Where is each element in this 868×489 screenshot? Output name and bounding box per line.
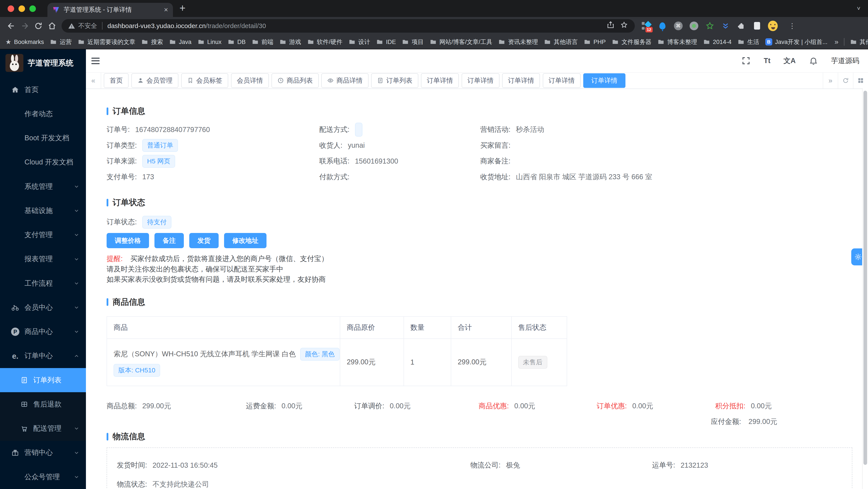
- bookmark-folder[interactable]: 资讯未整理: [498, 38, 538, 46]
- bookmarks-root[interactable]: ★ Bookmarks: [5, 38, 44, 46]
- sidebar-item-delivery[interactable]: 配送管理: [0, 417, 86, 441]
- edit-address-button[interactable]: 修改地址: [224, 233, 267, 248]
- window-close-button[interactable]: [8, 5, 14, 12]
- sidebar-item-workflow[interactable]: 工作流程: [0, 271, 86, 296]
- extension-balloon-icon[interactable]: [658, 21, 668, 31]
- bookmark-folder[interactable]: DB: [227, 38, 246, 45]
- back-icon[interactable]: [4, 19, 18, 33]
- window-zoom-button[interactable]: [29, 5, 36, 12]
- sidebar-item-product-center[interactable]: P 商品中心: [0, 320, 86, 344]
- bookmark-link[interactable]: B Java开发 | 小组首...: [765, 38, 828, 46]
- remark-button[interactable]: 备注: [154, 233, 184, 248]
- sidebar-item-order-center[interactable]: e. 订单中心: [0, 344, 86, 368]
- scrollbar-thumb[interactable]: [863, 91, 867, 465]
- share-icon[interactable]: [607, 21, 615, 31]
- bookmark-folder[interactable]: PHP: [584, 38, 606, 45]
- reload-icon[interactable]: [32, 19, 45, 33]
- bookmark-folder[interactable]: 其他语言: [544, 38, 578, 46]
- bookmark-folder[interactable]: 网站/博客/文章/工具: [430, 38, 492, 46]
- bookmark-folder[interactable]: 游戏: [279, 38, 301, 46]
- sidebar-item-boot-docs[interactable]: Boot 开发文档: [0, 126, 86, 150]
- bookmark-folder[interactable]: 生活: [738, 38, 759, 46]
- sidebar-item-report[interactable]: 报表管理: [0, 247, 86, 271]
- extension-record-icon[interactable]: [689, 21, 699, 31]
- forward-icon[interactable]: [18, 19, 32, 33]
- extension-badge-icon[interactable]: 12: [642, 21, 652, 31]
- page-tab-order-detail[interactable]: 订单详情: [543, 73, 581, 88]
- tabs-layout-grid-icon[interactable]: [853, 73, 868, 89]
- page-tab-order-list[interactable]: 订单列表: [371, 73, 418, 88]
- adjust-price-button[interactable]: 调整价格: [106, 233, 149, 248]
- ship-button[interactable]: 发货: [189, 233, 219, 248]
- bookmark-star-icon[interactable]: [620, 21, 628, 31]
- tabs-refresh-icon[interactable]: [838, 73, 853, 89]
- extension-chevrons-icon[interactable]: [721, 21, 731, 31]
- notification-bell-icon[interactable]: [809, 56, 818, 65]
- extension-command-icon[interactable]: ⌘: [673, 21, 683, 31]
- sidebar-item-author-news[interactable]: 作者动态: [0, 102, 86, 126]
- sidebar-item-member-center[interactable]: 会员中心: [0, 296, 86, 319]
- bookmark-folder[interactable]: 搜索: [141, 38, 163, 46]
- bookmark-folder[interactable]: 软件/硬件: [307, 38, 343, 46]
- order-detail-page: 订单信息 订单号: 1674807288407797760 配送方式: 营销活动…: [86, 89, 868, 489]
- bookmark-folder[interactable]: 文件服务器: [612, 38, 652, 46]
- sidebar-item-order-list[interactable]: 订单列表: [0, 368, 86, 392]
- page-tab-order-detail-active[interactable]: 订单详情: [583, 73, 625, 88]
- bookmark-folder[interactable]: 近期需要读的文章: [78, 38, 135, 46]
- tabs-scroll-left-icon[interactable]: «: [86, 73, 101, 89]
- other-bookmarks-folder[interactable]: 其他书签: [850, 38, 868, 46]
- scrollbar-track[interactable]: [862, 88, 868, 489]
- sidebar-item-payment[interactable]: 支付管理: [0, 223, 86, 247]
- bookmark-folder[interactable]: 博客未整理: [657, 38, 697, 46]
- bookmark-folder[interactable]: 设计: [348, 38, 370, 46]
- bookmark-folder[interactable]: 前端: [252, 38, 274, 46]
- font-size-icon[interactable]: Tt: [764, 57, 771, 65]
- sidebar-item-official-account[interactable]: 公众号管理: [0, 465, 86, 489]
- tab-close-icon[interactable]: ×: [164, 6, 168, 13]
- aftersale-status-tag: 未售后: [518, 356, 547, 369]
- page-tab-order-detail[interactable]: 订单详情: [462, 73, 499, 88]
- window-controls: [8, 5, 36, 12]
- bookmark-folder[interactable]: Java: [169, 38, 191, 45]
- tabs-scroll-right-icon[interactable]: »: [823, 73, 838, 89]
- app-logo[interactable]: 芋道管理系统: [0, 50, 86, 77]
- sidebar-item-marketing-center[interactable]: 营销中心: [0, 441, 86, 465]
- locale-icon[interactable]: 文A: [784, 56, 796, 66]
- page-tab-product-detail[interactable]: 商品详情: [321, 73, 369, 88]
- page-tab-member-manage[interactable]: 会员管理: [131, 73, 179, 88]
- tab-search-chevron-icon[interactable]: ˅: [857, 5, 860, 12]
- window-minimize-button[interactable]: [19, 5, 25, 12]
- bookmark-folder[interactable]: 运营: [50, 38, 71, 46]
- browser-tab[interactable]: 芋道管理系统 - 订单详情 ×: [48, 3, 173, 17]
- sidebar-item-infra[interactable]: 基础设施: [0, 198, 86, 223]
- bookmark-folder[interactable]: IDE: [376, 38, 396, 45]
- sidebar-item-cloud-docs[interactable]: Cloud 开发文档: [0, 150, 86, 175]
- bookmark-folder[interactable]: 2014-4: [703, 38, 732, 45]
- bookmark-folder[interactable]: Linux: [197, 38, 222, 45]
- sidebar-item-home[interactable]: 首页: [0, 78, 86, 102]
- bookmark-folder[interactable]: 项目: [402, 38, 424, 46]
- new-tab-button[interactable]: +: [180, 3, 186, 13]
- collapse-menu-icon[interactable]: [91, 58, 100, 64]
- extension-star-icon[interactable]: [705, 21, 715, 31]
- side-panel-icon[interactable]: [752, 21, 762, 31]
- sidebar-item-system[interactable]: 系统管理: [0, 175, 86, 198]
- page-tab-home[interactable]: 首页: [104, 73, 129, 88]
- field-order-no: 订单号: 1674807288407797760: [106, 123, 319, 136]
- page-tabs: 首页 会员管理 会员标签 会员详情 商品列表 商品详情: [101, 73, 823, 89]
- sidebar-item-aftersale-refund[interactable]: 售后退款: [0, 392, 86, 416]
- security-label[interactable]: 不安全: [78, 22, 97, 30]
- profile-avatar[interactable]: [768, 21, 778, 31]
- page-tab-member-tag[interactable]: 会员标签: [181, 73, 228, 88]
- page-tab-product-list[interactable]: 商品列表: [272, 73, 319, 88]
- page-tab-order-detail[interactable]: 订单详情: [502, 73, 540, 88]
- address-bar[interactable]: 不安全 dashboard-vue3.yudao.iocoder.cn /tra…: [62, 19, 635, 33]
- page-tab-order-detail[interactable]: 订单详情: [421, 73, 459, 88]
- fullscreen-icon[interactable]: [741, 56, 751, 65]
- browser-menu-icon[interactable]: ⋮: [788, 22, 796, 30]
- bookmarks-overflow-icon[interactable]: »: [835, 38, 838, 46]
- extensions-puzzle-icon[interactable]: [736, 21, 746, 31]
- page-tab-member-detail[interactable]: 会员详情: [231, 73, 269, 88]
- home-icon[interactable]: [45, 19, 59, 33]
- user-menu[interactable]: 芋道源码: [831, 56, 859, 66]
